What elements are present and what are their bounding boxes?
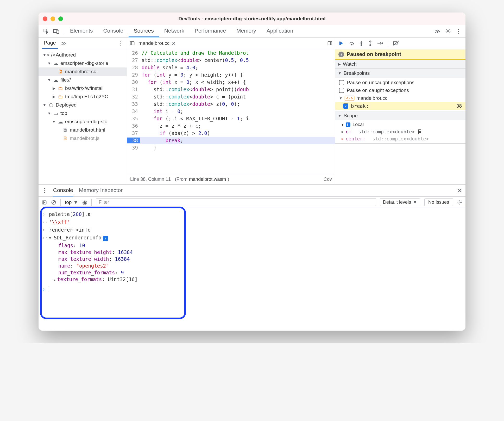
console-prompt[interactable]: › [39,285,465,293]
navigator-tree: ▼< />Authored ▼☁emscripten-dbg-storie 🗎m… [39,49,127,184]
source-map-link[interactable]: mandelbrot.wasm [189,177,226,182]
navigator-kebab-icon[interactable]: ⋮ [118,40,124,47]
editor-tab-mandelbrot[interactable]: mandelbrot.cc ✕ [138,40,176,46]
scope-var-c[interactable]: ▶c: std::complex<double>⌸ [335,128,465,135]
device-toggle-icon[interactable] [51,25,61,37]
gear-icon[interactable] [445,28,451,34]
svg-rect-2 [57,30,59,34]
drawer-close-icon[interactable]: ✕ [457,187,462,194]
drawer-kebab-icon[interactable]: ⋮ [42,187,47,194]
window-title: DevTools - emscripten-dbg-stories.netlif… [39,16,465,22]
sources-main: ▼< />Authored ▼☁emscripten-dbg-storie 🗎m… [39,49,465,185]
svg-point-9 [351,44,352,45]
tree-top-frame[interactable]: ▼▭top [39,109,127,117]
tab-elements[interactable]: Elements [65,25,98,37]
svg-point-3 [447,30,449,32]
debug-sidebar: iPaused on breakpoint ▶Watch ▼Breakpoint… [335,49,465,184]
issues-button[interactable]: No Issues [424,198,453,206]
prompt-icon: › [42,227,46,233]
console-prop: name: "opengles2" [39,262,465,269]
tab-network[interactable]: Network [159,25,190,37]
live-expression-icon[interactable]: ◉ [82,199,87,206]
console-input-2: › renderer->info [39,226,465,234]
resume-icon[interactable] [339,41,344,46]
svg-point-21 [459,202,461,203]
more-tabs-icon[interactable]: ≫ [434,28,440,35]
console-prop: max_texture_height: 16384 [39,249,465,256]
toggle-debugger-icon[interactable] [327,41,332,46]
coverage-label: Cov [324,177,332,182]
breakpoint-file[interactable]: ▼<·>mandelbrot.cc [335,94,465,102]
console-prop: num_texture_formats: 9 [39,269,465,276]
svg-rect-8 [339,41,340,45]
editor-tab-label: mandelbrot.cc [138,40,169,46]
tab-sources[interactable]: Sources [129,25,159,37]
svg-line-20 [52,201,55,204]
scope-var-center[interactable]: ▶center: std::complex<double> [335,135,465,142]
console-filter-input[interactable]: Filter [96,198,376,206]
tree-file-mandelbrot-cc[interactable]: 🗎mandelbrot.cc [39,67,127,76]
console-sidebar-toggle-icon[interactable] [42,200,47,205]
tab-application[interactable]: Application [261,25,299,37]
tab-performance[interactable]: Performance [190,25,231,37]
drawer-tabstrip: ⋮ Console Memory Inspector ✕ [39,185,465,197]
step-icon[interactable] [377,41,383,45]
memory-icon[interactable]: ⌸ [418,129,421,134]
local-badge-icon: L [346,122,350,127]
tree-file-js[interactable]: 🗎mandelbrot.js [39,134,127,143]
breakpoint-entry[interactable]: ✓break;38 [335,102,465,110]
editor-statusbar: Line 38, Column 11 (From mandelbrot.wasm… [127,174,335,184]
context-selector[interactable]: top▼ [65,200,78,205]
navigator-page-tab[interactable]: Page [42,38,58,49]
info-icon: i [338,52,344,57]
pause-caught-toggle[interactable]: Pause on caught exceptions [335,86,465,94]
tree-folder-1[interactable]: ▶🗀b/s/w/ir/x/w/install [39,84,127,92]
titlebar: DevTools - emscripten-dbg-stories.netlif… [39,13,465,25]
pause-uncaught-toggle[interactable]: Pause on uncaught exceptions [335,79,465,86]
close-tab-icon[interactable]: ✕ [172,40,176,46]
breakpoint-checkbox[interactable]: ✓ [343,103,348,109]
prompt-icon: › [42,211,46,217]
tree-file-html[interactable]: 🗎mandelbrot.html [39,126,127,134]
console-output-2[interactable]: ‹· ▼ SDL_RendererInfoi [39,234,465,242]
panel-tabstrip: Elements Console Sources Network Perform… [39,25,465,38]
console-output-1: ‹· '\\xff' [39,218,465,226]
drawer-tab-memory-inspector[interactable]: Memory Inspector [79,185,123,196]
tab-memory[interactable]: Memory [231,25,261,37]
scope-local[interactable]: ▼LLocal [335,121,465,128]
console-toolbar: top▼ ◉ Filter Default levels▼ No Issues [39,197,465,208]
toggle-navigator-icon[interactable] [130,41,135,46]
tab-console[interactable]: Console [98,25,129,37]
console-settings-gear-icon[interactable] [457,200,462,205]
console-prop: flags: 10 [39,242,465,249]
tree-folder-2[interactable]: ▶🗀tmp/tmp.ELcTq2YC [39,92,127,101]
navigator-more-icon[interactable]: ≫ [61,40,67,46]
console-prop-expandable[interactable]: ▶texture_formats: Uint32[16] [39,276,465,283]
info-badge-icon[interactable]: i [103,236,108,241]
scope-section[interactable]: ▼Scope [335,111,465,120]
breakpoints-section[interactable]: ▼Breakpoints [335,69,465,78]
svg-point-13 [370,45,371,46]
tree-authored[interactable]: ▼< />Authored [39,51,127,59]
result-icon: ‹· [42,219,46,225]
code-area[interactable]: 26// Calculate and draw the Mandelbrot27… [127,49,335,174]
tree-deployed[interactable]: ▼⬡Deployed [39,101,127,109]
inspect-icon[interactable] [41,25,51,37]
console-body[interactable]: › palette[200].a ‹· '\\xff' › renderer->… [39,208,465,331]
drawer: ⋮ Console Memory Inspector ✕ top▼ ◉ Filt… [39,185,465,331]
drawer-tab-console[interactable]: Console [53,185,73,196]
tree-origin-authored[interactable]: ▼☁emscripten-dbg-storie [39,59,127,67]
step-over-icon[interactable] [349,41,355,46]
clear-console-icon[interactable] [51,200,56,205]
step-out-icon[interactable] [368,40,372,46]
tree-file-scheme[interactable]: ▼☁file:// [39,76,127,84]
deactivate-breakpoints-icon[interactable] [393,41,399,46]
devtools-window: DevTools - emscripten-dbg-stories.netlif… [39,13,465,331]
tree-origin-deployed[interactable]: ▼☁emscripten-dbg-sto [39,117,127,126]
step-into-icon[interactable] [359,40,363,46]
result-icon: ‹· [42,235,46,240]
kebab-icon[interactable]: ⋮ [456,28,461,35]
svg-point-15 [382,43,383,44]
log-levels-dropdown[interactable]: Default levels▼ [380,198,420,206]
watch-section[interactable]: ▶Watch [335,60,465,69]
